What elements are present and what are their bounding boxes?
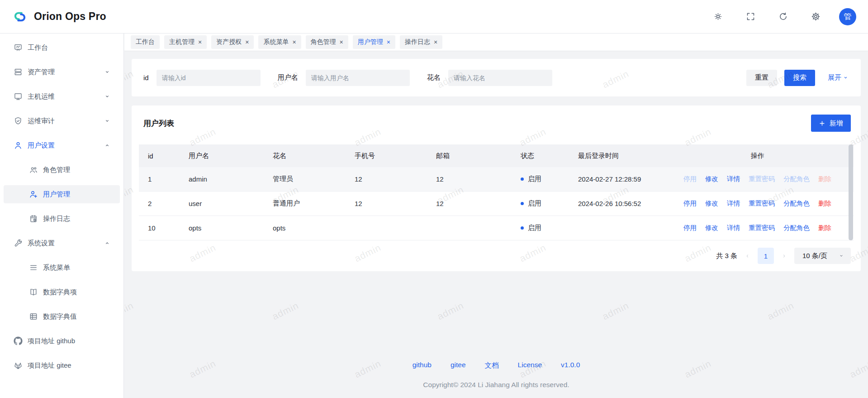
tab-operation-log[interactable]: 操作日志× [400,35,442,49]
action-detail-link[interactable]: 详情 [727,175,740,183]
fullscreen-button[interactable] [741,8,759,26]
sidebar-item-operation-log[interactable]: 操作日志 [4,210,120,228]
id-input[interactable] [157,70,261,86]
content: id用户名花名 重置 搜索 展开 用户列表 新增 id用户名花名手机号邮箱状 [124,51,868,389]
sidebar-item-dict-items[interactable]: 数据字典项 [4,283,120,301]
refresh-button[interactable] [774,8,792,26]
main-area: 工作台主机管理×资产授权×系统菜单×角色管理×用户管理×操作日志× id用户名花… [124,34,868,398]
status-label: 启用 [528,175,541,183]
sidebar-item-label: 系统设置 [28,239,55,248]
action-disable-link[interactable]: 停用 [683,224,697,232]
add-user-button[interactable]: 新增 [811,115,851,132]
tab-role-management[interactable]: 角色管理× [306,35,348,49]
card-header: 用户列表 新增 [139,115,854,132]
tab-workbench[interactable]: 工作台 [131,35,160,49]
nickname-input[interactable] [448,70,552,86]
action-edit-link[interactable]: 修改 [705,224,718,232]
sidebar-item-system-settings[interactable]: 系统设置 [4,234,120,252]
sidebar-item-label: 资产管理 [28,68,55,77]
tab-close-icon[interactable]: × [245,39,249,45]
action-assign-role-link[interactable]: 分配角色 [783,224,810,232]
tab-label: 资产授权 [216,38,242,46]
action-reset-password-link[interactable]: 重置密码 [749,224,775,232]
footer-link[interactable]: gitee [451,361,466,370]
tab-system-menu[interactable]: 系统菜单× [258,35,301,49]
last-login-cell: 2024-02-27 12:28:59 [569,175,673,183]
sidebar-item-user-settings[interactable]: 用户设置 [4,136,120,154]
nickname-cell: 普通用户 [264,199,346,208]
tab-asset-auth[interactable]: 资产授权× [211,35,254,49]
page-size-select[interactable]: 10 条/页 [794,248,851,264]
sidebar-item-asset-management[interactable]: 资产管理 [4,63,120,81]
tab-user-management[interactable]: 用户管理× [353,35,395,49]
column-header: 花名 [264,152,346,160]
footer-link[interactable]: github [413,361,432,370]
action-disable-link: 停用 [683,175,697,183]
footer-link[interactable]: v1.0.0 [561,361,580,370]
footer-link[interactable]: License [518,361,542,370]
action-reset-password-link: 重置密码 [749,175,775,183]
sidebar-item-ops-audit[interactable]: 运维审计 [4,112,120,130]
action-edit-link[interactable]: 修改 [705,175,718,183]
id-cell: 1 [139,175,180,183]
settings-button[interactable] [806,8,825,26]
page-footer: githubgitee文档Licensev1.0.0 Copyright© 20… [132,361,861,389]
top-bar: Orion Ops Pro 管 [0,0,868,34]
column-header: 操作 [673,152,854,160]
tab-close-icon[interactable]: × [340,39,343,45]
action-disable-link[interactable]: 停用 [683,199,697,208]
sidebar-item-host-ops[interactable]: 主机运维 [4,87,120,105]
pagination-next-icon[interactable] [781,253,787,259]
tab-close-icon[interactable]: × [292,39,296,45]
reset-button[interactable]: 重置 [746,70,777,86]
tab-host-management[interactable]: 主机管理× [164,35,207,49]
search-form-card: id用户名花名 重置 搜索 展开 [132,59,861,96]
search-field-username: 用户名 [278,70,410,86]
tab-close-icon[interactable]: × [434,39,437,45]
pagination-page-1[interactable]: 1 [758,248,774,264]
sidebar: 工作台资产管理主机运维运维审计用户设置角色管理用户管理操作日志系统设置系统菜单数… [0,34,124,398]
log-icon [29,214,38,223]
action-detail-link[interactable]: 详情 [727,224,740,232]
action-assign-role-link[interactable]: 分配角色 [783,199,810,208]
search-field-nickname: 花名 [427,70,552,86]
action-delete-link[interactable]: 删除 [818,199,831,208]
pagination-prev-icon[interactable] [744,253,751,259]
tab-close-icon[interactable]: × [387,39,390,45]
sidebar-item-role-management[interactable]: 角色管理 [4,161,120,179]
status-badge: 启用 [512,224,569,232]
sidebar-item-label: 运维审计 [28,117,55,125]
sidebar-item-github[interactable]: 项目地址 github [4,332,120,350]
username-cell: admin [180,175,264,183]
user-avatar[interactable]: 管 [839,8,856,25]
action-detail-link[interactable]: 详情 [727,199,740,208]
tab-close-icon[interactable]: × [198,39,202,45]
sidebar-item-dict-values[interactable]: 数据字典值 [4,307,120,326]
sidebar-item-gitee[interactable]: 项目地址 gitee [4,356,120,374]
sidebar-item-workbench[interactable]: 工作台 [4,38,120,57]
theme-toggle-button[interactable] [709,8,727,26]
wrench-icon [14,239,23,248]
nickname-cell: 管理员 [264,175,346,183]
sidebar-item-label: 系统菜单 [43,264,70,272]
action-delete-link[interactable]: 删除 [818,224,831,232]
sidebar-item-system-menu[interactable]: 系统菜单 [4,259,120,277]
expand-toggle[interactable]: 展开 [828,73,849,82]
user-icon [14,141,23,150]
field-label: 花名 [427,73,441,82]
team-icon [29,165,38,174]
sidebar-item-user-management[interactable]: 用户管理 [4,185,120,203]
chevron-down-icon [842,74,849,81]
username-input[interactable] [306,70,410,86]
footer-link[interactable]: 文档 [485,361,499,370]
action-edit-link[interactable]: 修改 [705,199,718,208]
tab-label: 用户管理 [358,38,383,46]
table-scrollbar[interactable] [849,144,853,240]
plus-icon [819,120,825,127]
action-reset-password-link[interactable]: 重置密码 [749,199,775,208]
search-button[interactable]: 搜索 [784,70,815,86]
email-cell: 12 [427,200,512,207]
copyright-text: Copyright© 2024 Li Jiahang All rights re… [132,381,861,389]
table-header-row: id用户名花名手机号邮箱状态最后登录时间操作 [139,144,854,167]
chevron-right-icon [781,253,787,259]
